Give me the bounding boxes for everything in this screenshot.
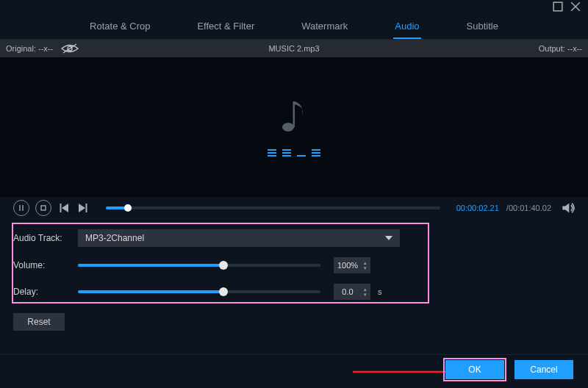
music-note-icon	[282, 98, 306, 134]
stop-button[interactable]	[35, 200, 51, 216]
volume-stepper[interactable]: 100% ▴▾	[334, 257, 370, 273]
preview-area	[0, 57, 588, 197]
next-button[interactable]	[76, 201, 90, 215]
step-up-icon[interactable]: ▴	[362, 287, 369, 292]
seek-slider[interactable]	[106, 206, 440, 209]
title-bar	[0, 0, 588, 13]
svg-point-5	[282, 123, 294, 132]
delay-unit: s	[378, 287, 382, 296]
filename: MUSIC 2.mp3	[0, 44, 588, 53]
audio-panel: Audio Track: MP3-2Channel Volume: 100% ▴…	[0, 219, 588, 337]
equalizer-icon	[268, 143, 320, 157]
footer: OK Cancel	[0, 354, 588, 384]
tab-effect-filter[interactable]: Effect & Filter	[196, 14, 256, 38]
tab-rotate-crop[interactable]: Rotate & Crop	[88, 14, 151, 38]
chevron-down-icon	[385, 236, 392, 240]
original-label: Original: --x--	[6, 44, 53, 53]
svg-marker-15	[385, 236, 392, 240]
tab-subtitle[interactable]: Subtitle	[465, 14, 500, 38]
file-info-bar: Original: --x-- MUSIC 2.mp3 Output: --x-…	[0, 40, 588, 57]
maximize-icon[interactable]	[553, 1, 563, 12]
delay-slider[interactable]	[78, 290, 320, 293]
audio-track-select[interactable]: MP3-2Channel	[78, 229, 400, 247]
volume-slider[interactable]	[78, 264, 320, 267]
tab-audio[interactable]: Audio	[393, 14, 420, 38]
svg-marker-14	[562, 204, 569, 213]
cancel-button[interactable]: Cancel	[514, 360, 573, 379]
volume-icon[interactable]	[562, 201, 575, 215]
ok-button[interactable]: OK	[445, 360, 504, 379]
svg-rect-0	[553, 2, 562, 11]
volume-label: Volume:	[13, 260, 71, 270]
pause-button[interactable]	[13, 200, 29, 216]
output-label: Output: --x--	[539, 44, 582, 53]
close-icon[interactable]	[570, 1, 581, 12]
tab-bar: Rotate & Crop Effect & Filter Watermark …	[0, 13, 588, 40]
current-time: 00:00:02.21	[456, 204, 499, 212]
svg-rect-6	[293, 101, 295, 127]
prev-button[interactable]	[57, 201, 71, 215]
svg-marker-11	[62, 204, 68, 212]
playback-controls: 00:00:02.21 /00:01:40.02	[0, 197, 588, 219]
delay-label: Delay:	[13, 287, 71, 297]
preview-toggle-icon[interactable]	[60, 43, 79, 54]
reset-button[interactable]: Reset	[13, 313, 65, 331]
total-time: /00:01:40.02	[506, 204, 551, 212]
svg-marker-13	[79, 204, 85, 212]
step-down-icon[interactable]: ▾	[362, 266, 369, 270]
svg-rect-9	[41, 206, 46, 210]
step-up-icon[interactable]: ▴	[362, 261, 369, 265]
delay-stepper[interactable]: 0.0 ▴▾	[334, 284, 370, 300]
step-down-icon[interactable]: ▾	[362, 292, 369, 297]
tab-watermark[interactable]: Watermark	[300, 14, 349, 38]
audio-track-label: Audio Track:	[13, 233, 71, 243]
